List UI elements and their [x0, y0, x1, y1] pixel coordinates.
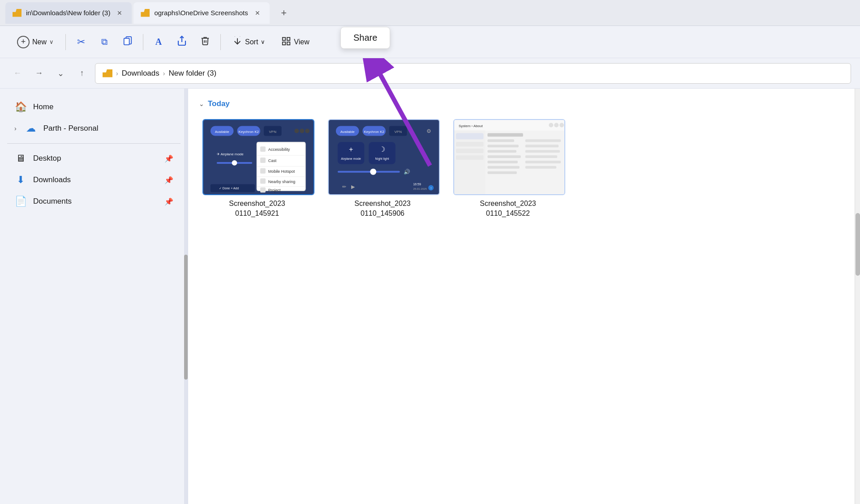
svg-rect-21: [260, 146, 266, 152]
svg-rect-87: [525, 166, 556, 169]
pin-downloads-icon: 📌: [164, 176, 173, 184]
svg-text:VPN: VPN: [395, 130, 402, 134]
tab-1-close-button[interactable]: ✕: [115, 8, 125, 18]
add-tab-button[interactable]: +: [275, 4, 293, 22]
content-scrollbar[interactable]: [855, 89, 860, 504]
back-icon: ←: [13, 68, 22, 78]
back-button[interactable]: ←: [9, 65, 26, 82]
copy-icon: ⧉: [101, 37, 108, 47]
new-icon: +: [17, 36, 30, 48]
delete-icon: [200, 36, 210, 48]
svg-rect-24: [260, 158, 266, 163]
content-area: ⌄ Today Available Keychron K2: [188, 89, 855, 504]
tab-1[interactable]: in\Downloads\New folder (3) ✕: [5, 2, 132, 24]
downloads-icon: ⬇: [14, 174, 27, 186]
svg-text:Night light: Night light: [375, 157, 389, 161]
sidebar-item-documents[interactable]: 📄 Documents 📌: [4, 191, 184, 212]
svg-text:Mobile Hotspot: Mobile Hotspot: [268, 169, 295, 174]
svg-point-18: [300, 129, 304, 133]
svg-point-67: [554, 123, 559, 128]
tab-2[interactable]: ographs\OneDrive Screenshots ✕: [133, 2, 269, 24]
up-button[interactable]: ↑: [73, 65, 90, 82]
tab-2-label: ographs\OneDrive Screenshots: [154, 9, 248, 17]
sidebar-item-downloads-label: Downloads: [33, 175, 71, 184]
svg-text:Project: Project: [268, 188, 281, 192]
svg-text:Keychron K2: Keychron K2: [238, 130, 258, 134]
file-item-3[interactable]: System › About: [450, 115, 566, 222]
paste-icon: [123, 36, 133, 48]
sort-button[interactable]: Sort ∨: [226, 33, 271, 51]
path-separator-2: ›: [163, 70, 165, 77]
forward-button[interactable]: →: [30, 65, 47, 82]
share-button[interactable]: [172, 32, 192, 52]
sidebar-item-parth[interactable]: › ☁ Parth - Personal: [4, 118, 184, 139]
sidebar-item-desktop[interactable]: 🖥 Desktop 📌: [4, 148, 184, 169]
share-tooltip: Share: [340, 27, 390, 49]
sidebar-item-downloads[interactable]: ⬇ Downloads 📌: [4, 170, 184, 190]
file-name-3: Screenshot_2023 0110_145522: [453, 199, 563, 219]
sidebar-item-home[interactable]: 🏠 Home: [4, 97, 184, 117]
svg-text:▶: ▶: [351, 184, 355, 189]
content-scrollbar-thumb[interactable]: [856, 213, 860, 275]
svg-point-19: [305, 129, 310, 133]
tab-1-folder-icon: [13, 9, 22, 17]
new-button-label: New: [32, 38, 47, 46]
sidebar-scrollbar-track: [184, 89, 188, 504]
main-layout: 🏠 Home › ☁ Parth - Personal 🖥 Desktop 📌 …: [0, 89, 860, 504]
section-header-today: ⌄ Today: [199, 99, 844, 108]
svg-rect-27: [260, 168, 266, 174]
file-item-1[interactable]: Available Keychron K2 VPN Accessibility: [199, 115, 315, 222]
file-item-2[interactable]: Available Keychron K2 VPN ⚙ + Airplane m…: [324, 115, 441, 222]
copy-button[interactable]: ⧉: [95, 32, 114, 52]
delete-button[interactable]: [195, 32, 215, 52]
paste-button[interactable]: [118, 32, 138, 52]
svg-rect-79: [487, 161, 517, 163]
share-icon: [176, 35, 187, 49]
address-path[interactable]: › Downloads › New folder (3): [95, 63, 851, 84]
path-downloads[interactable]: Downloads: [122, 69, 159, 78]
svg-rect-85: [525, 155, 557, 158]
new-button[interactable]: + New ∨: [11, 32, 60, 52]
toolbar: + New ∨ ✂ ⧉ A: [0, 26, 860, 58]
svg-point-55: [370, 169, 376, 175]
cut-icon: ✂: [77, 36, 85, 48]
svg-rect-75: [487, 139, 514, 142]
sidebar-scrollbar-thumb[interactable]: [184, 255, 188, 379]
svg-text:Keychron K2: Keychron K2: [364, 130, 384, 134]
toolbar-separator-3: [220, 34, 221, 50]
svg-text:Accessibility: Accessibility: [268, 147, 290, 152]
svg-text:Nearby sharing: Nearby sharing: [268, 179, 295, 184]
section-chevron-icon[interactable]: ⌄: [199, 100, 204, 107]
sidebar-item-home-label: Home: [33, 103, 53, 111]
rename-button[interactable]: A: [149, 32, 168, 52]
svg-point-37: [232, 160, 237, 166]
svg-rect-74: [487, 133, 523, 137]
view-button[interactable]: View: [275, 33, 315, 51]
address-bar: ← → ⌄ ↑ › Downloads › New folder (3): [0, 58, 860, 89]
pin-documents-icon: 📌: [164, 197, 173, 206]
svg-text:!: !: [430, 187, 431, 190]
svg-rect-86: [525, 161, 561, 163]
tab-bar: in\Downloads\New folder (3) ✕ ographs\On…: [0, 0, 860, 26]
svg-text:Available: Available: [340, 130, 355, 134]
svg-text:VPN: VPN: [269, 130, 277, 134]
toolbar-separator-2: [143, 34, 143, 50]
path-new-folder[interactable]: New folder (3): [168, 69, 216, 78]
svg-text:16:59: 16:59: [413, 183, 421, 186]
share-tooltip-text: Share: [353, 33, 377, 43]
sort-icon: [232, 36, 242, 48]
svg-text:Available: Available: [215, 130, 230, 134]
thumbnail-svg-1: Available Keychron K2 VPN Accessibility: [203, 120, 314, 195]
chevron-down-button[interactable]: ⌄: [52, 65, 69, 82]
toolbar-separator-1: [65, 34, 66, 50]
svg-rect-6: [283, 42, 285, 44]
sidebar-item-parth-label: Parth - Personal: [43, 124, 99, 133]
cut-button[interactable]: ✂: [71, 32, 91, 52]
documents-icon: 📄: [14, 196, 27, 207]
file-name-2: Screenshot_2023 0110_145906: [328, 199, 437, 219]
svg-text:+: +: [349, 145, 353, 153]
file-grid: Available Keychron K2 VPN Accessibility: [199, 115, 844, 222]
pin-desktop-icon: 📌: [164, 154, 173, 163]
svg-point-68: [559, 123, 564, 128]
tab-2-close-button[interactable]: ✕: [253, 8, 262, 18]
